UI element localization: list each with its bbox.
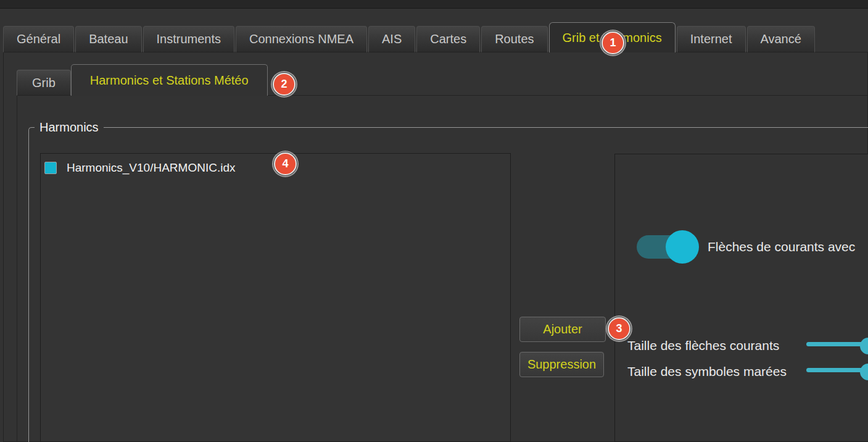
tab-routes[interactable]: Routes (481, 26, 547, 52)
tab-bateau[interactable]: Bateau (75, 26, 141, 52)
current-arrows-toggle-label: Flèches de courants avec (708, 240, 855, 254)
annotation-marker-2: 2 (273, 73, 296, 96)
tide-symbol-size-slider[interactable] (806, 368, 868, 372)
current-arrow-size-label: Taille des flèches courants (627, 338, 779, 353)
sub-tab-bar: Grib Harmonics et Stations Météo (17, 64, 268, 96)
harmonics-file-list[interactable]: Harmonics_V10/HARMONIC.idx (40, 153, 511, 442)
annotation-marker-4: 4 (274, 152, 297, 175)
main-tab-bar: Général Bateau Instruments Connexions NM… (3, 0, 816, 52)
tab-cartes[interactable]: Cartes (416, 26, 480, 52)
subtab-harmonics-stations-meteo[interactable]: Harmonics et Stations Météo (71, 64, 268, 96)
options-dialog: Général Bateau Instruments Connexions NM… (0, 0, 868, 442)
tab-general[interactable]: Général (3, 26, 74, 52)
tab-internet[interactable]: Internet (677, 26, 746, 52)
tide-current-settings-panel (614, 154, 868, 442)
tab-connexions-nmea[interactable]: Connexions NMEA (236, 26, 367, 52)
harmonics-file-label: Harmonics_V10/HARMONIC.idx (67, 161, 235, 175)
tab-ais[interactable]: AIS (368, 26, 415, 52)
annotation-marker-1: 1 (601, 31, 624, 54)
current-arrow-size-slider[interactable] (806, 342, 868, 346)
tab-instruments[interactable]: Instruments (143, 26, 234, 52)
delete-button[interactable]: Suppression (519, 352, 604, 377)
checkbox-checked-icon[interactable] (44, 162, 57, 174)
tide-symbol-size-label: Taille des symboles marées (627, 364, 787, 379)
tab-avance[interactable]: Avancé (747, 26, 815, 52)
toggle-knob-icon[interactable] (666, 230, 699, 264)
add-button[interactable]: Ajouter (519, 317, 606, 342)
annotation-marker-3: 3 (608, 317, 630, 340)
subtab-grib[interactable]: Grib (17, 70, 71, 96)
harmonics-groupbox-title: Harmonics (35, 120, 104, 135)
